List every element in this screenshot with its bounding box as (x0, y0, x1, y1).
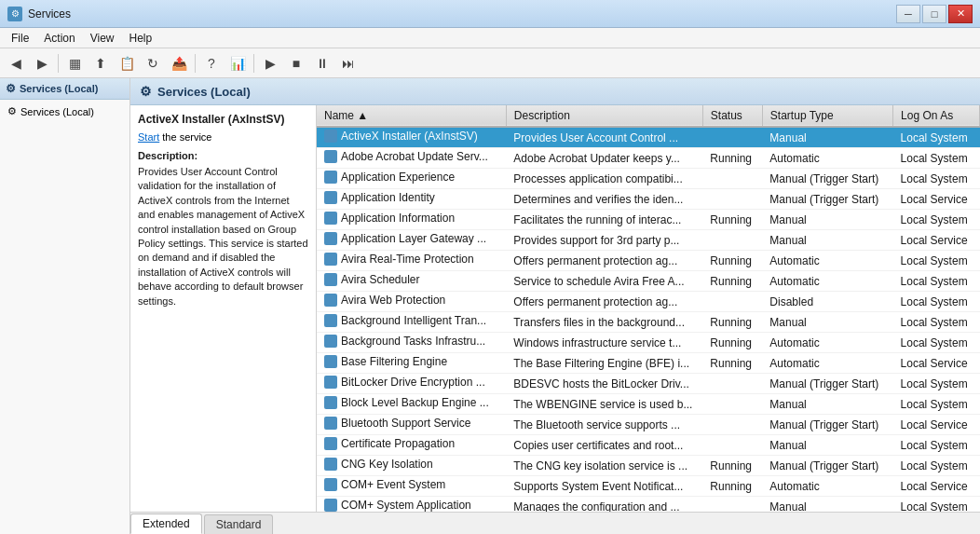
detail-title: ActiveX Installer (AxInstSV) (138, 113, 308, 126)
col-name[interactable]: Name ▲ (317, 105, 506, 127)
toolbar: ◀ ▶ ▦ ⬆ 📋 ↻ 📤 ? 📊 ▶ ■ ⏸ ⏭ (0, 48, 980, 78)
cell-status: Running (702, 312, 762, 333)
col-description[interactable]: Description (506, 105, 702, 127)
title-bar: ⚙ Services ─ □ ✕ (0, 0, 980, 28)
export-button[interactable]: 📤 (167, 52, 191, 75)
cell-name: COM+ Event System (317, 476, 506, 497)
cell-startup: Manual (Trigger Start) (762, 169, 892, 189)
properties-button[interactable]: 📋 (115, 52, 139, 75)
cell-status: Running (702, 476, 762, 497)
cell-status: Running (702, 271, 762, 292)
cell-name: Certificate Propagation (317, 435, 506, 456)
menu-help[interactable]: Help (122, 30, 160, 47)
menu-action[interactable]: Action (36, 30, 82, 47)
table-area[interactable]: Name ▲ Description Status Startup Type L… (317, 105, 980, 512)
cell-status (702, 374, 762, 394)
table-row[interactable]: Bluetooth Support ServiceThe Bluetooth s… (317, 415, 980, 435)
cell-startup: Manual (762, 312, 892, 333)
table-row[interactable]: Base Filtering EngineThe Base Filtering … (317, 353, 980, 374)
cell-status (702, 415, 762, 435)
col-logon[interactable]: Log On As (893, 105, 980, 127)
cell-logon: Local System (893, 435, 980, 456)
cell-logon: Local Service (893, 189, 980, 210)
left-panel-icon: ⚙ (6, 82, 16, 95)
table-row[interactable]: BitLocker Drive Encryption ...BDESVC hos… (317, 374, 980, 394)
cell-logon: Local Service (893, 230, 980, 251)
table-row[interactable]: ActiveX Installer (AxInstSV)Provides Use… (317, 127, 980, 148)
cell-startup: Manual (762, 394, 892, 415)
cell-description: Manages the configuration and ... (506, 497, 702, 513)
mmc-button[interactable]: 📊 (225, 52, 250, 75)
cell-name: Block Level Backup Engine ... (317, 394, 506, 415)
cell-description: Service to schedule Avira Free A... (506, 271, 702, 292)
tree-label: Services (Local) (20, 106, 94, 117)
tab-standard[interactable]: Standard (204, 514, 274, 534)
table-row[interactable]: Avira Real-Time ProtectionOffers permane… (317, 251, 980, 271)
up-button[interactable]: ⬆ (88, 52, 113, 75)
cell-logon: Local System (893, 312, 980, 333)
table-row[interactable]: Adobe Acrobat Update Serv...Adobe Acroba… (317, 148, 980, 169)
table-row[interactable]: Application Layer Gateway ...Provides su… (317, 230, 980, 251)
table-row[interactable]: Background Tasks Infrastru...Windows inf… (317, 333, 980, 353)
back-button[interactable]: ◀ (4, 52, 28, 75)
tree-item-services-local[interactable]: ⚙ Services (Local) (4, 103, 126, 119)
start-service-button[interactable]: ▶ (258, 52, 282, 75)
show-console-button[interactable]: ▦ (62, 52, 87, 75)
detail-link-suffix: the service (159, 131, 211, 143)
cell-name: Avira Real-Time Protection (317, 251, 506, 271)
table-row[interactable]: Avira Web ProtectionOffers permanent pro… (317, 292, 980, 312)
table-row[interactable]: Block Level Backup Engine ...The WBENGIN… (317, 394, 980, 415)
cell-status (702, 394, 762, 415)
left-panel-label: Services (Local) (20, 83, 98, 94)
cell-name: Avira Web Protection (317, 292, 506, 312)
left-panel-header: ⚙ Services (Local) (0, 78, 129, 100)
app-icon: ⚙ (7, 7, 22, 21)
cell-description: BDESVC hosts the BitLocker Driv... (506, 374, 702, 394)
table-row[interactable]: Avira SchedulerService to schedule Avira… (317, 271, 980, 292)
table-row[interactable]: COM+ System ApplicationManages the confi… (317, 497, 980, 513)
restore-button[interactable]: □ (922, 5, 946, 23)
cell-status (702, 230, 762, 251)
cell-startup: Manual (Trigger Start) (762, 374, 892, 394)
help-button[interactable]: ? (199, 52, 224, 75)
close-button[interactable]: ✕ (948, 5, 973, 23)
toolbar-sep-2 (195, 54, 196, 73)
right-content: ⚙ Services (Local) ActiveX Installer (Ax… (130, 78, 980, 534)
cell-startup: Automatic (762, 476, 892, 497)
cell-startup: Automatic (762, 251, 892, 271)
start-service-link[interactable]: Start (138, 131, 159, 143)
cell-startup: Automatic (762, 353, 892, 374)
cell-description: The Base Filtering Engine (BFE) i... (506, 353, 702, 374)
menu-view[interactable]: View (83, 30, 122, 47)
toolbar-sep-3 (253, 54, 254, 73)
tab-extended[interactable]: Extended (130, 513, 202, 534)
table-row[interactable]: Background Intelligent Tran...Transfers … (317, 312, 980, 333)
cell-startup: Automatic (762, 333, 892, 353)
refresh-button[interactable]: ↻ (141, 52, 165, 75)
restart-service-button[interactable]: ⏭ (336, 52, 361, 75)
table-row[interactable]: CNG Key IsolationThe CNG key isolation s… (317, 456, 980, 476)
cell-name: Application Layer Gateway ... (317, 230, 506, 251)
table-row[interactable]: Certificate PropagationCopies user certi… (317, 435, 980, 456)
table-row[interactable]: Application ExperienceProcesses applicat… (317, 169, 980, 189)
table-row[interactable]: COM+ Event SystemSupports System Event N… (317, 476, 980, 497)
minimize-button[interactable]: ─ (896, 5, 920, 23)
title-bar-left: ⚙ Services (7, 7, 71, 21)
cell-logon: Local System (893, 271, 980, 292)
pause-service-button[interactable]: ⏸ (310, 52, 334, 75)
stop-service-button[interactable]: ■ (284, 52, 308, 75)
cell-logon: Local System (893, 251, 980, 271)
forward-button[interactable]: ▶ (30, 52, 54, 75)
cell-name: Base Filtering Engine (317, 353, 506, 374)
cell-description: Adobe Acrobat Updater keeps y... (506, 148, 702, 169)
menu-file[interactable]: File (4, 30, 36, 47)
services-header-icon: ⚙ (140, 84, 152, 99)
col-status[interactable]: Status (702, 105, 762, 127)
cell-logon: Local Service (893, 476, 980, 497)
table-row[interactable]: Application IdentityDetermines and verif… (317, 189, 980, 210)
table-header-row: Name ▲ Description Status Startup Type L… (317, 105, 980, 127)
detail-link-container: Start the service (138, 131, 308, 143)
table-row[interactable]: Application InformationFacilitates the r… (317, 210, 980, 230)
cell-startup: Automatic (762, 148, 892, 169)
col-startup-type[interactable]: Startup Type (762, 105, 892, 127)
